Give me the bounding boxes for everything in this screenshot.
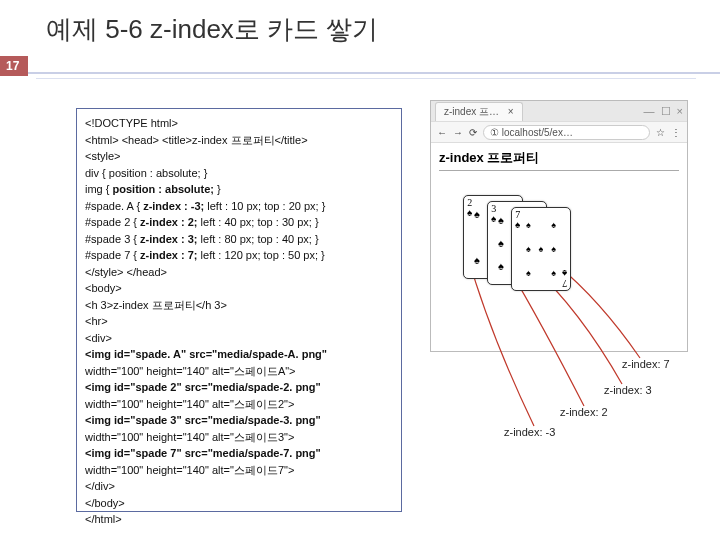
nav-reload-icon[interactable]: ⟳ <box>469 127 477 138</box>
tab-close-icon[interactable]: × <box>508 106 514 117</box>
code-line: width="100" height="140" alt="스페이드A"> <box>85 363 393 380</box>
annotation-z2: z-index: 2 <box>560 406 608 418</box>
page-hr <box>439 170 679 171</box>
divider <box>36 78 696 79</box>
card-stack: A♠ ♠ A♠ 2♠ ♠♠ 2♠ 3♠ ♠♠♠ 3♠ 7♠ ♠♠ <box>439 177 679 337</box>
code-line: #spade 3 { z-index : 3; left : 80 px; to… <box>85 231 393 248</box>
code-line: <img id="spade. A" src="media/spade-A. p… <box>85 346 393 363</box>
annotation-zn3: z-index: -3 <box>504 426 555 438</box>
code-line: <style> <box>85 148 393 165</box>
code-line: <body> <box>85 280 393 297</box>
address-bar[interactable]: ① localhost/5/ex… <box>483 125 650 140</box>
card-spade-7: 7♠ ♠♠ ♠♠♠ ♠♠ 7♠ <box>511 207 571 291</box>
code-line: <hr> <box>85 313 393 330</box>
code-line: img { position : absolute; } <box>85 181 393 198</box>
page-heading: z-index 프로퍼티 <box>431 143 687 167</box>
code-line: #spade. A { z-index : -3; left : 10 px; … <box>85 198 393 215</box>
nav-forward-icon[interactable]: → <box>453 127 463 138</box>
code-line: <img id="spade 7" src="media/spade-7. pn… <box>85 445 393 462</box>
code-line: div { position : absolute; } <box>85 165 393 182</box>
browser-viewport: z-index 프로퍼티 A♠ ♠ A♠ 2♠ ♠♠ 2♠ 3♠ ♠♠♠ 3♠ <box>431 143 687 351</box>
page-number-badge: 17 <box>0 56 28 76</box>
code-line: <html> <head> <title>z-index 프로퍼티</title… <box>85 132 393 149</box>
code-line: </style> </head> <box>85 264 393 281</box>
code-line: width="100" height="140" alt="스페이드7"> <box>85 462 393 479</box>
code-line: width="100" height="140" alt="스페이드2"> <box>85 396 393 413</box>
code-line: #spade 7 { z-index : 7; left : 120 px; t… <box>85 247 393 264</box>
code-line: <img id="spade 2" src="media/spade-2. pn… <box>85 379 393 396</box>
code-line: </html> <box>85 511 393 528</box>
kebab-menu-icon[interactable]: ⋮ <box>671 127 681 138</box>
browser-tabbar: z-index 프… × — ☐ × <box>431 101 687 121</box>
annotation-z7: z-index: 7 <box>622 358 670 370</box>
slide-title: 예제 5-6 z-index로 카드 쌓기 <box>0 0 720 55</box>
code-line: </body> <box>85 495 393 512</box>
code-line: <!DOCTYPE html> <box>85 115 393 132</box>
nav-back-icon[interactable]: ← <box>437 127 447 138</box>
annotation-z3: z-index: 3 <box>604 384 652 396</box>
divider <box>0 72 720 74</box>
content-area: <!DOCTYPE html> <html> <head> <title>z-i… <box>0 84 720 540</box>
code-line: <img id="spade 3" src="media/spade-3. pn… <box>85 412 393 429</box>
window-minimize-icon[interactable]: — <box>644 105 655 118</box>
window-maximize-icon[interactable]: ☐ <box>661 105 671 118</box>
browser-toolbar: ← → ⟳ ① localhost/5/ex… ☆ ⋮ <box>431 121 687 143</box>
browser-tab[interactable]: z-index 프… × <box>435 102 523 121</box>
code-listing: <!DOCTYPE html> <html> <head> <title>z-i… <box>76 108 402 512</box>
code-line: <div> <box>85 330 393 347</box>
code-line: #spade 2 { z-index : 2; left : 40 px; to… <box>85 214 393 231</box>
code-line: <h 3>z-index 프로퍼티</h 3> <box>85 297 393 314</box>
tab-title: z-index 프… <box>444 106 499 117</box>
browser-window: z-index 프… × — ☐ × ← → ⟳ ① localhost/5/e… <box>430 100 688 352</box>
bookmark-star-icon[interactable]: ☆ <box>656 127 665 138</box>
code-line: width="100" height="140" alt="스페이드3"> <box>85 429 393 446</box>
code-line: </div> <box>85 478 393 495</box>
window-close-icon[interactable]: × <box>677 105 683 118</box>
